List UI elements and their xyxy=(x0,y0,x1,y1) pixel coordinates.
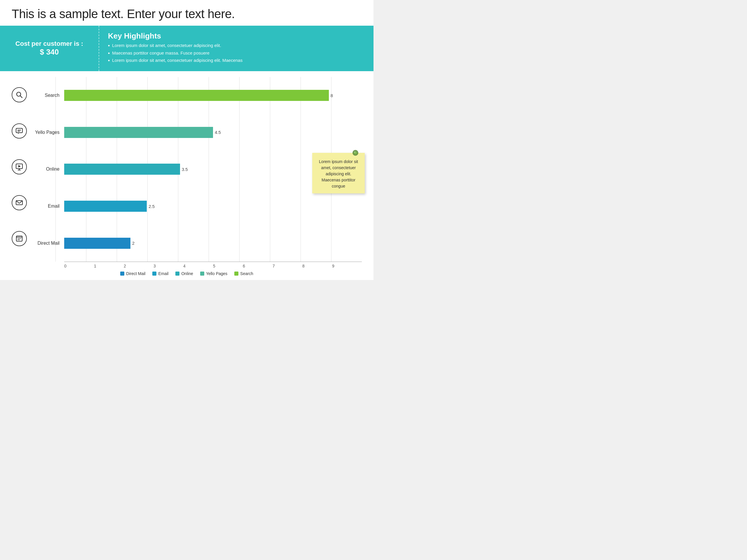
bar-fill xyxy=(64,127,213,138)
banner-right: Key Highlights Lorem ipsum dolor sit ame… xyxy=(99,26,374,71)
x-tick: 8 xyxy=(302,264,332,268)
svg-line-1 xyxy=(20,96,23,98)
chart-area: Search8Yello Pages4.5Online3.5Email2.5Di… xyxy=(12,77,362,268)
x-tick: 4 xyxy=(183,264,213,268)
legend-color xyxy=(234,271,238,276)
legend-label: Direct Mail xyxy=(126,271,145,276)
legend-label: Yello Pages xyxy=(206,271,227,276)
bar-row: Search8 xyxy=(32,90,362,101)
sticky-note: Lorem ipsum dolor sit amet, consectetuer… xyxy=(312,153,365,193)
bar-label: Yello Pages xyxy=(32,130,64,135)
bar-value-label: 2 xyxy=(132,241,134,246)
legend-label: Online xyxy=(181,271,193,276)
chart-section: Search8Yello Pages4.5Online3.5Email2.5Di… xyxy=(0,71,374,280)
bar-label: Direct Mail xyxy=(32,241,64,246)
bar-row: Email2.5 xyxy=(32,201,362,212)
chat-icon xyxy=(12,123,27,138)
x-tick: 0 xyxy=(64,264,94,268)
bar-label: Search xyxy=(32,93,64,98)
x-tick: 2 xyxy=(124,264,153,268)
legend-color xyxy=(200,271,204,276)
highlights-title: Key Highlights xyxy=(108,31,365,41)
bar-value-label: 3.5 xyxy=(182,167,188,172)
icons-column xyxy=(12,77,32,268)
svg-point-15 xyxy=(354,151,357,154)
bar-value-label: 2.5 xyxy=(149,204,155,209)
cost-label: Cost per customer is : xyxy=(16,40,83,48)
cost-value: $ 340 xyxy=(40,48,59,57)
legend-color xyxy=(175,271,179,276)
x-tick: 5 xyxy=(213,264,243,268)
banner-left: Cost per customer is : $ 340 xyxy=(0,26,99,71)
legend-color xyxy=(152,271,156,276)
bar-row: Direct Mail2 xyxy=(32,238,362,249)
x-tick: 3 xyxy=(153,264,183,268)
email-icon xyxy=(12,195,27,210)
pin-icon xyxy=(352,149,359,156)
bar-fill xyxy=(64,164,180,175)
legend-label: Search xyxy=(240,271,253,276)
x-tick: 7 xyxy=(273,264,302,268)
legend-item: Email xyxy=(152,271,169,276)
bar-fill xyxy=(64,238,130,249)
x-tick: 1 xyxy=(94,264,124,268)
bullet-2: Maecenas porttitor congue massa. Fusce p… xyxy=(108,50,365,57)
legend-label: Email xyxy=(158,271,169,276)
bar-value-label: 4.5 xyxy=(215,130,221,135)
bar-value-label: 8 xyxy=(331,93,333,98)
bullet-3: Lorem ipsum dolor sit amet, consectetuer… xyxy=(108,58,365,64)
x-axis: 0123456789 xyxy=(64,262,362,268)
presentation-icon xyxy=(12,159,27,175)
svg-marker-6 xyxy=(18,165,21,167)
banner: Cost per customer is : $ 340 Key Highlig… xyxy=(0,26,374,71)
legend-item: Direct Mail xyxy=(120,271,145,276)
bar-row: Yello Pages4.5 xyxy=(32,127,362,138)
mail-icon xyxy=(12,231,27,246)
legend: Direct MailEmailOnlineYello PagesSearch xyxy=(12,268,362,277)
legend-color xyxy=(120,271,124,276)
bullet-1: Lorem ipsum dolor sit amet, consectetuer… xyxy=(108,43,365,49)
search-icon xyxy=(12,87,27,102)
legend-item: Yello Pages xyxy=(200,271,227,276)
bar-track: 2.5 xyxy=(64,201,362,212)
legend-item: Online xyxy=(175,271,193,276)
bar-track: 8 xyxy=(64,90,362,101)
bar-label: Email xyxy=(32,204,64,209)
bar-label: Online xyxy=(32,166,64,172)
bar-track: 2 xyxy=(64,238,362,249)
svg-rect-2 xyxy=(16,128,23,133)
bar-fill xyxy=(64,201,147,212)
x-tick: 6 xyxy=(243,264,273,268)
svg-point-16 xyxy=(354,152,355,153)
bar-track: 4.5 xyxy=(64,127,362,138)
page-title: This is a sample text. Enter your text h… xyxy=(12,7,362,21)
sticky-note-text: Lorem ipsum dolor sit amet, consectetuer… xyxy=(319,159,358,188)
bar-fill xyxy=(64,90,329,101)
legend-item: Search xyxy=(234,271,253,276)
title-section: This is a sample text. Enter your text h… xyxy=(0,0,374,26)
x-tick: 9 xyxy=(332,264,362,268)
